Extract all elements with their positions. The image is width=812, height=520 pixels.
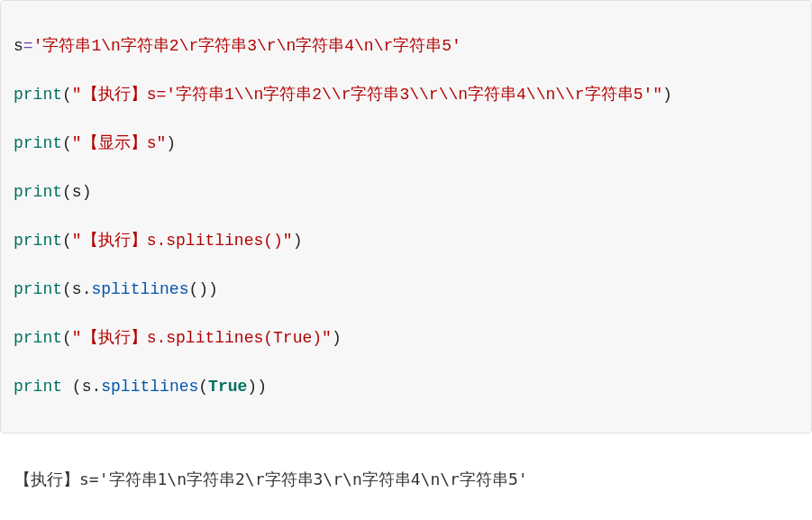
string-literal: "【执行】s='字符串1\\n字符串2\\r字符串3\\r\\n字符串4\\n\… [72, 86, 662, 104]
string-literal: "【执行】s.splitlines(True)" [72, 329, 332, 347]
code-line-7: print("【执行】s.splitlines(True)") [14, 326, 798, 351]
method-args: () [188, 280, 208, 298]
code-line-3: print("【显示】s") [14, 132, 798, 156]
bool-literal: True [208, 378, 247, 396]
paren-close: ) [82, 183, 92, 201]
paren-close: ) [257, 378, 267, 396]
code-line-2: print("【执行】s='字符串1\\n字符串2\\r字符串3\\r\\n字符… [14, 83, 798, 107]
paren-close: ) [166, 134, 176, 152]
print-fn: print [14, 183, 62, 201]
paren-open: ( [72, 378, 82, 396]
paren-open: ( [62, 329, 72, 347]
paren-open: ( [62, 280, 72, 298]
equals-op: = [23, 37, 33, 55]
code-line-5: print("【执行】s.splitlines()") [14, 229, 798, 253]
paren-open: ( [62, 183, 72, 201]
print-fn: print [14, 134, 62, 152]
string-literal: "【执行】s.splitlines()" [72, 232, 293, 250]
code-line-6: print(s.splitlines()) [14, 278, 798, 302]
print-fn: print [14, 232, 62, 250]
code-line-4: print(s) [14, 180, 798, 205]
paren-close: ) [332, 329, 342, 347]
output-line: 【执行】s='字符串1\n字符串2\r字符串3\r\n字符串4\n\r字符串5' [14, 467, 798, 491]
args-close: ) [247, 378, 257, 396]
paren-open: ( [62, 86, 72, 104]
method-name: splitlines [91, 280, 188, 298]
paren-open: ( [62, 134, 72, 152]
output-line: 【显示】s [14, 515, 798, 520]
paren-close: ) [293, 232, 303, 250]
code-output-block: 【执行】s='字符串1\n字符串2\r字符串3\r\n字符串4\n\r字符串5'… [0, 433, 812, 520]
print-fn: print [14, 280, 62, 298]
string-literal: "【显示】s" [72, 134, 166, 152]
paren-open: ( [62, 232, 72, 250]
obj-var: s [82, 378, 92, 396]
code-line-1: s='字符串1\n字符串2\r字符串3\r\n字符串4\n\r字符串5' [14, 34, 798, 59]
code-line-8: print (s.splitlines(True)) [14, 375, 798, 399]
string-literal: '字符串1\n字符串2\r字符串3\r\n字符串4\n\r字符串5' [33, 37, 461, 55]
print-fn: print [14, 329, 62, 347]
arg-var: s [72, 183, 82, 201]
variable-name: s [14, 37, 23, 55]
paren-close: ) [662, 86, 672, 104]
dot-op: . [82, 280, 92, 298]
method-name: splitlines [101, 378, 198, 396]
print-fn: print [14, 86, 62, 104]
dot-op: . [91, 378, 101, 396]
code-input-block: s='字符串1\n字符串2\r字符串3\r\n字符串4\n\r字符串5' pri… [0, 0, 812, 433]
obj-var: s [72, 280, 82, 298]
args-open: ( [198, 378, 208, 396]
print-fn: print [14, 378, 62, 396]
space [62, 378, 72, 396]
paren-close: ) [208, 280, 218, 298]
